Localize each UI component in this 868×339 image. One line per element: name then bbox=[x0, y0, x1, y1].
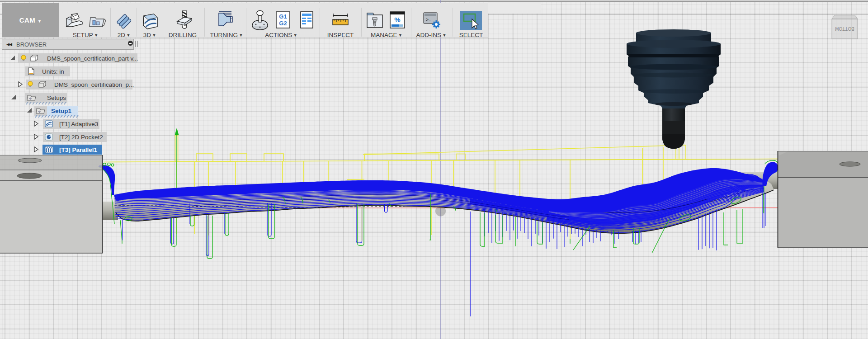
svg-text:G1: G1 bbox=[279, 13, 287, 20]
svg-text:%: % bbox=[394, 16, 400, 24]
svg-text:DMS_spoon_certification_part v: DMS_spoon_certification_part v... bbox=[47, 55, 138, 62]
svg-text:>-: >- bbox=[426, 18, 431, 23]
svg-text:[T1] Adaptive3: [T1] Adaptive3 bbox=[59, 121, 98, 127]
svg-text:BOTTOM: BOTTOM bbox=[835, 26, 854, 31]
svg-text:Setup1: Setup1 bbox=[51, 108, 72, 114]
svg-text:Units: in: Units: in bbox=[42, 68, 64, 75]
svg-text:[T2] 2D Pocket2: [T2] 2D Pocket2 bbox=[59, 134, 103, 141]
svg-text:[T3] Parallel1: [T3] Parallel1 bbox=[59, 146, 98, 153]
svg-text:G2: G2 bbox=[279, 20, 287, 27]
svg-text:Setups: Setups bbox=[47, 94, 66, 101]
svg-text:DMS_spoon_certification_p...: DMS_spoon_certification_p... bbox=[54, 81, 134, 88]
